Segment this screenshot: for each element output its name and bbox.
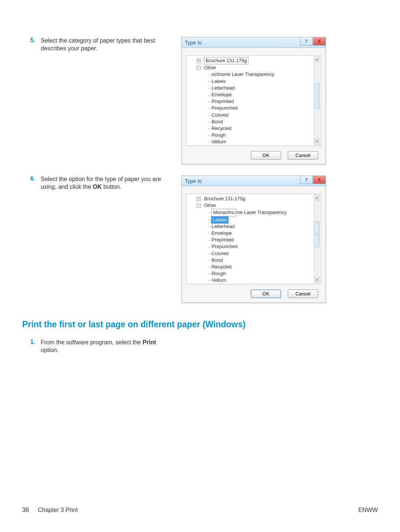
step-5-text-a: Select the category of paper types that … — [41, 37, 155, 44]
scroll-thumb[interactable]: ≡ — [314, 83, 320, 109]
tree-item-other[interactable]: Other — [204, 203, 216, 208]
tree-item-mono-prefix[interactable]: Monochro — [213, 210, 234, 215]
tree-item-colored[interactable]: Colored — [211, 112, 229, 118]
help-button[interactable]: ? — [300, 37, 313, 46]
tree-item-vellum[interactable]: Vellum — [211, 139, 226, 144]
page-number: 38 — [22, 507, 29, 513]
scrollbar-2[interactable]: ▲ ≡ ▼ — [314, 195, 320, 283]
dialog-1-title: Type is: — [185, 40, 203, 46]
tree-item-brochure[interactable]: Brochure 131-175g — [204, 196, 245, 201]
footer-right: ENWW — [359, 507, 378, 513]
step-1b-number: 1. — [22, 339, 35, 345]
collapse-icon[interactable]: − — [197, 66, 201, 70]
step-6-text-c: button. — [102, 184, 121, 190]
step-6-row: 6. Select the option for the type of pap… — [22, 175, 378, 303]
tree-item-other[interactable]: Other — [204, 65, 216, 70]
tree-item-labels-selected[interactable]: Labels — [211, 217, 228, 223]
scroll-up-icon[interactable]: ▲ — [314, 56, 320, 63]
step-5-text: Select the category of paper types that … — [41, 37, 181, 53]
step-1b-text: From the software program, select the Pr… — [41, 339, 181, 354]
dialog-2-titlebar: Type is: ? X — [182, 176, 326, 186]
tree-item-letterhead[interactable]: Letterhead — [211, 224, 234, 229]
scroll-thumb[interactable]: ≡ — [314, 221, 320, 247]
step-6-text-a: Select the option for the type of paper … — [41, 176, 161, 182]
step-1b-row: 1. From the software program, select the… — [22, 339, 378, 354]
tree-item-colored[interactable]: Colored — [211, 251, 229, 256]
tree-item-bond[interactable]: Bond — [211, 119, 223, 124]
paper-type-tree-2[interactable]: +··Brochure 131-175g −··Other ····Monoch… — [186, 194, 321, 284]
tree-item-rough[interactable]: Rough — [211, 271, 226, 276]
dialog-2-title: Type is: — [185, 178, 203, 184]
tree-item-preprinted[interactable]: Preprinted — [211, 237, 234, 242]
step-6-bold: OK — [93, 184, 102, 190]
step-6-text-b: using, and click the — [41, 184, 93, 190]
step-5-text-b: describes your paper. — [41, 45, 97, 51]
tree-item-envelope[interactable]: Envelope — [211, 230, 231, 236]
tree-item-vellum[interactable]: Vellum — [211, 277, 226, 283]
close-button[interactable]: X — [313, 176, 326, 184]
page-footer: 38 Chapter 3 Print ENWW — [22, 507, 378, 513]
tree-item-labels[interactable]: Labels — [211, 78, 226, 84]
tree-item-envelope[interactable]: Envelope — [211, 92, 231, 97]
step-1b-bold: Print — [143, 339, 156, 345]
help-button[interactable]: ? — [300, 176, 313, 184]
collapse-icon[interactable]: − — [197, 204, 201, 208]
close-button[interactable]: X — [313, 37, 326, 46]
tree-item-brochure[interactable]: Brochure 131-175g — [204, 57, 248, 64]
paper-type-tree-1[interactable]: +··Brochure 131-175g −··Other ····ochrom… — [186, 55, 321, 146]
tree-item-bond[interactable]: Bond — [211, 257, 223, 263]
tree-item-letterhead[interactable]: Letterhead — [211, 85, 234, 91]
cancel-button[interactable]: Cancel — [288, 151, 318, 160]
tree-item-rough[interactable]: Rough — [211, 132, 226, 138]
tree-item-mono-suffix[interactable]: ochrome Laser Transparency — [211, 71, 274, 77]
chapter-label: Chapter 3 Print — [38, 507, 78, 513]
tree-item-recycled[interactable]: Recycled — [211, 126, 231, 131]
step-6-text: Select the option for the type of paper … — [41, 175, 181, 191]
ok-button[interactable]: OK — [251, 290, 281, 298]
cancel-button[interactable]: Cancel — [288, 290, 318, 298]
step-1b-text-b: option. — [41, 347, 59, 353]
expand-icon[interactable]: + — [197, 197, 201, 201]
tree-item-preprinted[interactable]: Preprinted — [211, 98, 234, 104]
type-is-dialog-2: Type is: ? X +··Brochure 131-175g −··Oth… — [181, 175, 326, 303]
scrollbar-1[interactable]: ▲ ≡ ▼ — [314, 56, 320, 145]
tree-item-prepunched[interactable]: Prepunched — [211, 244, 237, 249]
ok-button[interactable]: OK — [251, 151, 281, 160]
scroll-up-icon[interactable]: ▲ — [314, 195, 320, 201]
step-5-number: 5. — [22, 37, 35, 44]
expand-icon[interactable]: + — [197, 59, 201, 63]
type-is-dialog-1: Type is: ? X +··Brochure 131-175g −··Oth… — [181, 37, 326, 164]
section-heading: Print the first or last page on differen… — [22, 319, 378, 329]
tree-item-recycled[interactable]: Recycled — [211, 264, 231, 270]
scroll-down-icon[interactable]: ▼ — [314, 277, 320, 283]
step-5-row: 5. Select the category of paper types th… — [22, 37, 378, 164]
step-6-number: 6. — [22, 175, 35, 182]
tree-item-mono-suffix[interactable]: me Laser Transparency — [236, 210, 287, 215]
scroll-down-icon[interactable]: ▼ — [314, 138, 320, 145]
step-1b-text-a: From the software program, select the — [41, 339, 143, 345]
tree-item-prepunched[interactable]: Prepunched — [211, 105, 237, 111]
dialog-1-titlebar: Type is: ? X — [182, 37, 326, 48]
